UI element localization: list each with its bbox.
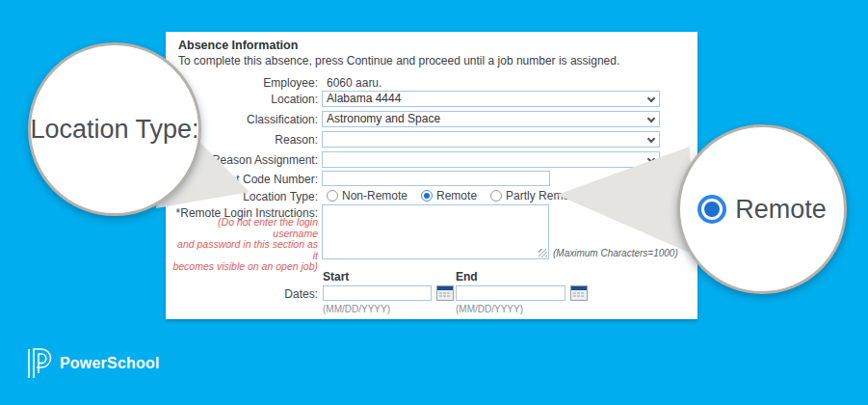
budget-code-label: Budget Code Number: xyxy=(175,173,318,186)
employee-label: Employee: xyxy=(175,76,318,90)
employee-value: 6060 aaru. xyxy=(327,76,381,90)
reason-select[interactable] xyxy=(322,131,660,148)
dates-end-header: End xyxy=(456,270,478,284)
radio-label: Non-Remote xyxy=(342,189,408,202)
budget-code-input[interactable] xyxy=(322,171,550,186)
classification-select-value: Astronomy and Space xyxy=(327,112,440,125)
chevron-down-icon xyxy=(647,115,655,122)
radio-label: Partly Remote xyxy=(506,189,579,202)
radio-option-non-remote[interactable]: Non-Remote xyxy=(327,189,408,202)
brand-name: PowerSchool xyxy=(60,355,160,372)
end-date-calendar-button[interactable] xyxy=(570,285,588,301)
location-type-radio-group: Non-Remote Remote Partly Remote xyxy=(327,188,579,203)
radio-label: Remote xyxy=(436,189,477,202)
magnified-selected-radio-icon xyxy=(697,195,726,224)
end-date-input[interactable] xyxy=(456,285,566,301)
classification-select[interactable]: Astronomy and Space xyxy=(322,111,660,127)
powerschool-logo-icon xyxy=(26,347,53,380)
location-select-value: Alabama 4444 xyxy=(327,92,401,105)
magnified-location-type-label: Location Type: xyxy=(30,115,198,145)
remote-login-warning: (Do not enter the login username and pas… xyxy=(171,217,318,273)
chevron-down-icon xyxy=(647,135,655,143)
dates-start-header: Start xyxy=(323,270,349,284)
end-date-format-hint: (MM/DD/YYYY) xyxy=(456,304,523,314)
dates-label: Dates: xyxy=(175,287,318,301)
radio-option-remote[interactable]: Remote xyxy=(421,189,477,202)
calendar-icon xyxy=(570,285,588,301)
radio-icon[interactable] xyxy=(327,190,338,202)
location-type-magnifier-callout: Location Type: xyxy=(28,42,201,216)
form-subtitle: To complete this absence, press Continue… xyxy=(178,54,619,68)
calendar-icon xyxy=(436,285,454,301)
form-title: Absence Information xyxy=(178,39,298,52)
remote-login-textarea[interactable] xyxy=(322,204,549,259)
resize-grip-icon[interactable] xyxy=(539,249,547,257)
radio-option-partly-remote[interactable]: Partly Remote xyxy=(490,189,579,202)
max-characters-hint: (Maximum Characters=1000) xyxy=(553,248,678,258)
powerschool-brand: PowerSchool xyxy=(26,347,160,380)
absence-form-panel: Absence Information To complete this abs… xyxy=(166,32,697,319)
remote-radio-magnifier-callout: Remote xyxy=(677,124,847,294)
start-date-calendar-button[interactable] xyxy=(436,285,454,301)
radio-selected-icon[interactable] xyxy=(421,190,433,202)
chevron-down-icon xyxy=(647,94,655,102)
reason-assignment-select[interactable] xyxy=(322,151,660,168)
start-date-input[interactable] xyxy=(323,285,432,301)
radio-icon[interactable] xyxy=(490,190,502,202)
magnified-remote-label: Remote xyxy=(735,195,827,225)
location-select[interactable]: Alabama 4444 xyxy=(322,91,660,107)
location-type-label: Location Type: xyxy=(175,190,318,203)
start-date-format-hint: (MM/DD/YYYY) xyxy=(323,304,390,314)
chevron-down-icon xyxy=(647,155,655,163)
